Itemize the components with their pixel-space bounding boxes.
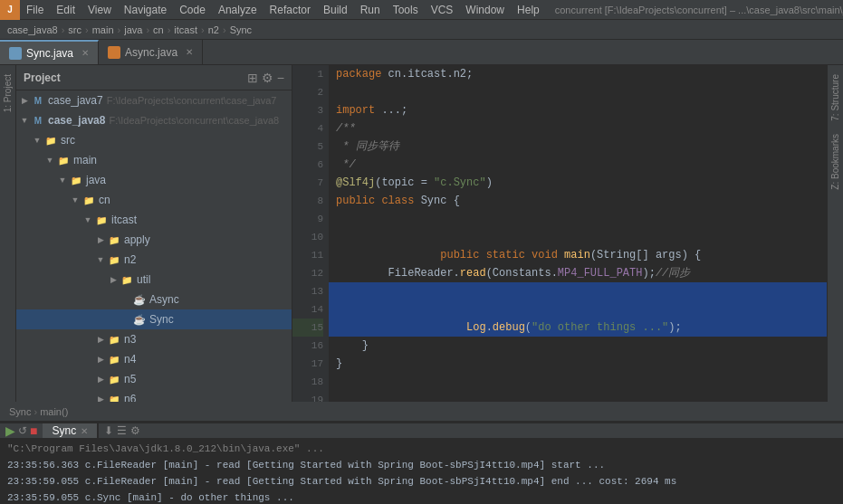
tree-label-n2: n2 [124, 253, 136, 266]
tree-item-n5[interactable]: ▶ 📁 n5 [16, 369, 292, 389]
console-line-1: "C:\Program Files\Java\jdk1.8.0_212\bin\… [7, 441, 836, 457]
console-line-3: 23:35:59.055 c.FileReader [main] - read … [7, 473, 836, 490]
code-lines-area[interactable]: package cn.itcast.n2; import ...; /** * … [329, 65, 827, 402]
tree-item-apply[interactable]: ▶ 📁 apply [16, 230, 292, 250]
console-line-2: 23:35:56.363 c.FileReader [main] - read … [7, 457, 836, 473]
filter-btn[interactable]: ☰ [117, 424, 127, 437]
folder-icon-java: 📁 [69, 173, 83, 187]
tree-label-n3: n3 [124, 333, 136, 346]
structure-tab[interactable]: 7: Structure [829, 69, 842, 127]
tree-label-async: Async [149, 293, 179, 306]
tab-sync-close[interactable]: ✕ [81, 48, 89, 58]
sidebar-action-close[interactable]: − [277, 71, 284, 85]
right-tabs: 7: Structure Z: Bookmarks [827, 65, 843, 402]
folder-icon-util: 📁 [120, 272, 134, 287]
tree-item-n3[interactable]: ▶ 📁 n3 [16, 329, 292, 349]
bottom-tabbar: ▶ ↺ ■ Sync ✕ ⬇ ☰ ⚙ [0, 423, 843, 439]
menu-bar: J File Edit View Navigate Code Analyze R… [0, 0, 843, 20]
bc-itcast[interactable]: itcast [174, 24, 197, 35]
editor-tabbar: Sync.java ✕ Async.java ✕ [0, 40, 843, 65]
menu-help[interactable]: Help [511, 2, 546, 18]
menu-navigate[interactable]: Navigate [118, 2, 173, 18]
folder-icon-n6: 📁 [107, 392, 121, 402]
project-sidebar: Project ⊞ ⚙ − ▶ M case_java7 F:\IdeaProj… [16, 65, 292, 402]
tab-async[interactable]: Async.java ✕ [99, 40, 203, 64]
rerun-button[interactable]: ↺ [18, 424, 27, 437]
code-line-10: @Slf4j(topic = "c.Sync") [329, 174, 827, 192]
menu-file[interactable]: File [20, 2, 50, 18]
tree-item-sync[interactable]: ☕ Sync [16, 309, 292, 329]
editor-breadcrumb-bottom: Sync › main() [0, 402, 843, 422]
menu-vcs[interactable]: VCS [425, 2, 460, 18]
bc-case_java8[interactable]: case_java8 [7, 24, 58, 35]
tree-label-sync: Sync [149, 313, 174, 326]
scroll-to-end-btn[interactable]: ⬇ [104, 424, 113, 437]
run-output-area: "C:\Program Files\Java\jdk1.8.0_212\bin\… [0, 439, 843, 504]
sidebar-header: Project ⊞ ⚙ − [16, 65, 292, 90]
tree-item-cn[interactable]: ▼ 📁 cn [16, 190, 292, 210]
bc-n2[interactable]: n2 [208, 24, 219, 35]
sidebar-title: Project [24, 71, 61, 84]
bc-src[interactable]: src [68, 24, 81, 35]
folder-icon-n4: 📁 [107, 352, 121, 366]
folder-icon-src: 📁 [43, 133, 58, 147]
tree-item-case_java8[interactable]: ▼ M case_java8 F:\IdeaProjects\concurren… [16, 110, 292, 130]
code-line-2 [329, 83, 827, 101]
code-line-8: * 同步等待 [329, 138, 827, 156]
bc-sync[interactable]: Sync [230, 24, 252, 35]
arrow-case_java8: ▼ [18, 116, 31, 125]
stop-button[interactable]: ■ [30, 423, 37, 438]
settings-btn[interactable]: ⚙ [130, 424, 140, 437]
tree-item-n6[interactable]: ▶ 📁 n6 [16, 389, 292, 402]
line-numbers: 1 2 3 4 5 6 7 8 9 10 11 12 13 14 15 16 1 [292, 65, 329, 402]
tree-item-n2[interactable]: ▼ 📁 n2 [16, 250, 292, 270]
app-icon: J [0, 0, 20, 20]
tab-sync[interactable]: Sync.java ✕ [0, 40, 99, 64]
menu-edit[interactable]: Edit [50, 2, 81, 18]
bc-java[interactable]: java [124, 24, 142, 35]
tree-item-util[interactable]: ▶ 📁 util [16, 270, 292, 290]
code-line-9: */ [329, 156, 827, 174]
tree-label-itcast: itcast [111, 214, 137, 226]
sidebar-action-expand[interactable]: ⊞ [247, 71, 258, 85]
folder-icon-n3: 📁 [107, 332, 121, 347]
tab-async-close[interactable]: ✕ [186, 47, 193, 57]
menu-view[interactable]: View [81, 2, 118, 18]
bottom-panel: ▶ ↺ ■ Sync ✕ ⬇ ☰ ⚙ "C:\Program Files\Jav… [0, 422, 843, 504]
console-output: "C:\Program Files\Java\jdk1.8.0_212\bin\… [0, 439, 843, 504]
menu-window[interactable]: Window [459, 2, 511, 18]
code-line-16: } [329, 337, 827, 355]
tree-item-case_java7[interactable]: ▶ M case_java7 F:\IdeaProjects\concurren… [16, 90, 292, 110]
main-area: 1: Project Project ⊞ ⚙ − ▶ M case_java7 … [0, 65, 843, 402]
bc-bottom-main[interactable]: main() [40, 406, 68, 417]
menu-tools[interactable]: Tools [387, 2, 425, 18]
menu-run[interactable]: Run [354, 2, 387, 18]
menu-code[interactable]: Code [173, 2, 212, 18]
tab-sync-label: Sync.java [26, 47, 73, 60]
bc-cn[interactable]: cn [153, 24, 164, 35]
run-tab-close[interactable]: ✕ [81, 426, 88, 436]
bookmarks-tab[interactable]: Z: Bookmarks [829, 128, 842, 195]
run-button[interactable]: ▶ [5, 423, 15, 438]
run-tab-sync[interactable]: Sync ✕ [43, 423, 98, 438]
tree-item-src[interactable]: ▼ 📁 src [16, 130, 292, 150]
menu-build[interactable]: Build [317, 2, 354, 18]
tree-label-n6: n6 [124, 393, 136, 402]
java-icon-sync: ☕ [132, 312, 147, 327]
tree-item-java[interactable]: ▼ 📁 java [16, 170, 292, 190]
bc-bottom-sync[interactable]: Sync [9, 406, 31, 417]
arrow-case_java7: ▶ [18, 96, 31, 105]
menu-analyze[interactable]: Analyze [212, 2, 263, 18]
breadcrumb: case_java8 › src › main › java › cn › it… [0, 20, 843, 40]
project-tab[interactable]: 1: Project [1, 69, 14, 118]
menu-refactor[interactable]: Refactor [263, 2, 317, 18]
sidebar-action-settings[interactable]: ⚙ [262, 71, 273, 85]
tree-item-async[interactable]: ☕ Async [16, 290, 292, 309]
code-line-18: } [329, 355, 827, 373]
code-editor[interactable]: 1 2 3 4 5 6 7 8 9 10 11 12 13 14 15 16 1 [292, 65, 827, 402]
tree-item-n4[interactable]: ▶ 📁 n4 [16, 349, 292, 369]
bc-main[interactable]: main [92, 24, 114, 35]
tree-label-cn: cn [99, 194, 110, 206]
tree-item-itcast[interactable]: ▼ 📁 itcast [16, 210, 292, 230]
tree-item-main[interactable]: ▼ 📁 main [16, 150, 292, 170]
